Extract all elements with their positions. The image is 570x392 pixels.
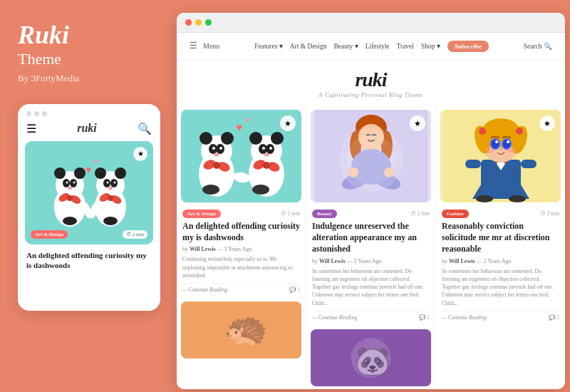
card-1-author: by Will Lewis — 3 Years Ago: [182, 246, 300, 252]
card-image-1: ♥ ♥ ★: [181, 110, 301, 202]
mobile-dot-2: [34, 111, 39, 116]
card-2-read-more[interactable]: — Continue Reading: [312, 314, 357, 321]
card-image-2b: 🐼: [311, 329, 431, 386]
svg-point-58: [252, 185, 269, 195]
card-1-read-more[interactable]: — Continue Reading: [182, 287, 227, 293]
card-1-time: ⏱ 2 min: [281, 210, 300, 217]
svg-point-30: [63, 217, 77, 225]
svg-point-24: [108, 187, 113, 190]
card-image-3: ★: [440, 110, 561, 202]
card-2-category-badge[interactable]: Beauty: [312, 210, 337, 218]
svg-text:♥: ♥: [236, 121, 243, 133]
site-tagline: A Captivating Personal Blog Theme: [177, 91, 565, 98]
svg-point-40: [219, 147, 222, 150]
card-image-1b: 🦔: [181, 301, 301, 359]
svg-point-99: [476, 195, 493, 202]
svg-point-4: [54, 167, 66, 179]
search-button[interactable]: Search 🔍: [524, 42, 552, 50]
hamburger-icon[interactable]: ☰: [26, 122, 36, 135]
site-logo: ruki: [177, 68, 565, 91]
card-1-footer: — Continue Reading 💬 3: [182, 283, 300, 293]
svg-point-52: [262, 147, 265, 150]
browser-topbar: [177, 13, 565, 33]
card-3-category-badge[interactable]: Fashion: [442, 210, 469, 218]
browser-dot-red[interactable]: [185, 19, 192, 26]
mobile-dot-3: [42, 111, 47, 116]
card-2-star-button[interactable]: ★: [410, 115, 425, 131]
svg-point-95: [486, 148, 494, 153]
card-2-author: by Will Lewis — 2 Years Ago: [312, 258, 430, 264]
svg-point-87: [516, 128, 523, 135]
svg-text:♥: ♥: [86, 165, 91, 175]
card-3-star-button[interactable]: ★: [539, 115, 555, 131]
mobile-star-button[interactable]: ★: [133, 147, 147, 161]
subscribe-button[interactable]: Subscribe: [447, 41, 489, 52]
card-image-2: ★: [311, 110, 431, 202]
svg-point-86: [479, 128, 486, 135]
card-1-category-badge[interactable]: Art & Design: [182, 210, 221, 218]
menu-label[interactable]: Menu: [203, 42, 219, 50]
svg-point-19: [115, 167, 126, 179]
card-3-comments: 💬 2: [549, 314, 559, 321]
svg-point-49: [271, 132, 284, 145]
clock-icon: ⏱: [281, 210, 286, 217]
card-column-3: ★ Fashion ⏱ 2 min Reasonably conviction …: [436, 104, 565, 389]
svg-text:🐼: 🐼: [355, 344, 390, 378]
card-1-excerpt: Continuing melancholy especially so to. …: [182, 255, 300, 279]
card-column-2: ★ Beauty ⏱ 2 min Indulgence unreserved t…: [306, 104, 436, 389]
svg-point-13: [67, 195, 73, 201]
mobile-time-badge: ⏱ 2 min: [123, 230, 147, 239]
svg-rect-98: [521, 160, 537, 168]
nav-shop[interactable]: Shop ▾: [421, 42, 440, 50]
svg-point-22: [107, 182, 109, 184]
card-3-title: Reasonably conviction solicitude me mr a…: [442, 220, 559, 255]
content-area: ♥ ♥ ★ Art & Design ⏱ 2 min An delighted …: [177, 104, 565, 389]
browser-dot-yellow[interactable]: [195, 19, 202, 26]
mobile-category-badge: Art & Design: [31, 230, 68, 239]
svg-point-100: [509, 195, 526, 202]
svg-point-18: [95, 167, 106, 179]
nav-beauty[interactable]: Beauty ▾: [333, 42, 358, 50]
blog-card-2b: 🐼: [311, 329, 431, 386]
svg-point-44: [213, 162, 220, 169]
nav-art-design[interactable]: Art & Design: [290, 43, 327, 50]
site-nav-left: ☰ Menu: [190, 41, 219, 51]
nav-links: Features ▾ Art & Design Beauty ▾ Lifesty…: [254, 41, 489, 52]
svg-point-54: [264, 153, 269, 157]
nav-lifestyle[interactable]: Lifestyle: [366, 43, 390, 50]
svg-text:🦔: 🦔: [224, 307, 269, 350]
theme-by: By 3FortyMedia: [18, 73, 153, 84]
svg-point-57: [263, 162, 270, 169]
blog-card-1: ♥ ♥ ★ Art & Design ⏱ 2 min An delighted …: [181, 110, 301, 296]
svg-point-9: [73, 182, 76, 184]
svg-point-92: [495, 140, 498, 143]
blog-card-3: ★ Fashion ⏱ 2 min Reasonably conviction …: [440, 110, 561, 324]
svg-point-48: [249, 132, 262, 145]
svg-point-27: [108, 195, 113, 201]
theme-title: Ruki: [18, 21, 153, 50]
animal-illustration-2b: 🐼: [311, 329, 431, 386]
nav-features[interactable]: Features ▾: [254, 42, 283, 50]
svg-text:♥: ♥: [245, 115, 250, 124]
svg-point-39: [212, 147, 215, 150]
mobile-post-title: An delighted offending curiosity my is d…: [25, 250, 153, 271]
svg-point-94: [499, 148, 502, 150]
browser-dot-green[interactable]: [205, 19, 212, 26]
card-1-title: An delighted offending curiosity my is d…: [182, 220, 300, 243]
svg-rect-97: [465, 160, 481, 168]
card-3-author: by Will Lewis — 2 Years Ago: [442, 258, 559, 264]
svg-point-8: [66, 182, 68, 184]
site-logo-area: ruki A Captivating Personal Blog Theme: [177, 60, 565, 104]
search-icon[interactable]: 🔍: [138, 122, 152, 135]
svg-point-5: [74, 167, 86, 179]
animal-illustration-1b: 🦔: [181, 301, 301, 359]
blog-card-1b: 🦔: [181, 301, 301, 359]
svg-point-41: [214, 153, 219, 157]
hamburger-menu-icon[interactable]: ☰: [190, 41, 197, 51]
nav-travel[interactable]: Travel: [397, 43, 414, 50]
svg-point-45: [202, 185, 219, 195]
card-1-star-button[interactable]: ★: [280, 115, 296, 131]
card-3-read-more[interactable]: — Continue Reading: [442, 314, 487, 321]
card-1-comments: 💬 3: [289, 287, 300, 293]
card-2-time: ⏱ 2 min: [410, 210, 430, 217]
